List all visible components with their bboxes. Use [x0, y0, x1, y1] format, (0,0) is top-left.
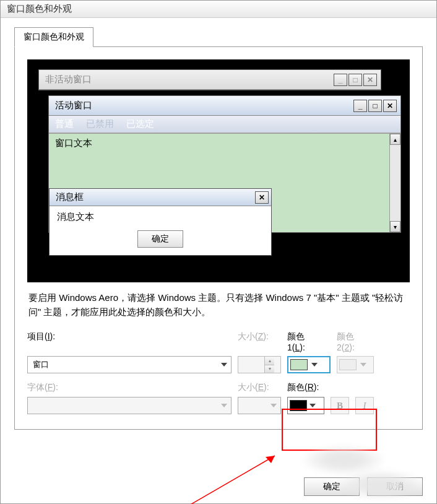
tab-body: 非活动窗口 _ □ ✕ 活动窗口 _	[14, 46, 423, 430]
preview-menubar: 普通 已禁用 已选定	[49, 116, 400, 133]
inactive-titlebar: 非活动窗口 _ □ ✕	[39, 70, 381, 90]
smudge-overlay	[300, 445, 387, 476]
ok-button[interactable]: 确定	[304, 477, 360, 496]
color2-swatch	[339, 359, 357, 370]
minimize-icon: _	[334, 74, 347, 86]
close-icon: ✕	[363, 74, 377, 86]
chevron-down-icon	[221, 404, 227, 407]
label-size: 大小(Z):	[238, 331, 281, 352]
cancel-button[interactable]: 取消	[367, 477, 423, 496]
item-dropdown-value: 窗口	[33, 359, 49, 370]
font-dropdown	[27, 397, 231, 414]
chevron-down-icon	[311, 363, 318, 367]
italic-button: I	[355, 397, 374, 414]
spinner-up-icon[interactable]: ▴	[265, 357, 274, 365]
label-color2: 颜色 2(2):	[337, 331, 374, 352]
color1-swatch	[290, 359, 308, 370]
size-spinner-value	[238, 357, 264, 373]
size2-dropdown	[238, 397, 281, 414]
menu-normal: 普通	[55, 118, 74, 130]
close-icon: ✕	[383, 100, 397, 112]
color2-picker	[337, 356, 374, 373]
chevron-down-icon	[360, 363, 366, 367]
tab-appearance[interactable]: 窗口颜色和外观	[14, 27, 93, 47]
preview-msgbox: 消息框 ✕ 消息文本 确定	[49, 188, 272, 256]
svg-marker-1	[266, 456, 275, 463]
bold-button: B	[331, 397, 349, 414]
inactive-title-text: 非活动窗口	[45, 74, 334, 85]
info-text: 要启用 Windows Aero，请选择 Windows 主题。只有选择 Win…	[28, 291, 409, 319]
label-color-r: 颜色(R):	[287, 382, 331, 393]
scroll-down-icon: ▾	[390, 221, 400, 232]
active-titlebar: 活动窗口 _ □ ✕	[49, 96, 400, 116]
svg-line-0	[157, 456, 275, 504]
close-icon: ✕	[255, 191, 269, 204]
arrow-annotation	[139, 450, 287, 504]
color-r-swatch	[290, 400, 307, 411]
preview-area: 非活动窗口 _ □ ✕ 活动窗口 _	[27, 59, 410, 282]
menu-disabled: 已禁用	[86, 118, 114, 130]
chevron-down-icon	[221, 363, 227, 367]
msgbox-title-text: 消息框	[56, 191, 255, 203]
maximize-icon: □	[348, 74, 362, 86]
preview-active-window: 活动窗口 _ □ ✕ 普通 已禁用 已选定	[48, 95, 401, 233]
item-dropdown[interactable]: 窗口	[27, 356, 231, 373]
chevron-down-icon	[309, 404, 316, 407]
preview-scrollbar: ▴ ▾	[389, 134, 400, 232]
msgbox-text: 消息文本	[50, 206, 271, 230]
content-area: 窗口颜色和外观 非活动窗口 _ □ ✕	[1, 18, 436, 503]
color-r-picker[interactable]	[287, 397, 324, 414]
label-font: 字体(F):	[27, 382, 231, 393]
size-spinner[interactable]: ▴ ▾	[238, 356, 281, 373]
maximize-icon: □	[368, 100, 382, 112]
spinner-down-icon[interactable]: ▾	[265, 365, 274, 373]
window-titlebar: 窗口颜色和外观	[1, 1, 436, 18]
label-color1: 颜色 1(L):	[287, 331, 331, 352]
preview-client: 窗口文本 ▴ ▾ 消息框 ✕ 消息文本	[49, 133, 400, 232]
menu-selected: 已选定	[126, 118, 154, 130]
scroll-up-icon: ▴	[390, 134, 400, 145]
minimize-icon: _	[353, 100, 367, 112]
chevron-down-icon	[270, 404, 277, 407]
color1-picker[interactable]	[287, 356, 331, 373]
label-item: 项目(I):	[27, 331, 231, 352]
active-title-text: 活动窗口	[55, 100, 353, 111]
preview-window-text: 窗口文本	[49, 134, 400, 153]
outer-window: 窗口颜色和外观 窗口颜色和外观 非活动窗口 _ □ ✕	[0, 0, 437, 504]
highlight-box	[282, 409, 377, 451]
msgbox-ok-button: 确定	[137, 230, 183, 248]
label-size2: 大小(E):	[238, 382, 281, 393]
msgbox-titlebar: 消息框 ✕	[50, 189, 271, 206]
preview-inactive-window: 非活动窗口 _ □ ✕	[38, 69, 381, 90]
